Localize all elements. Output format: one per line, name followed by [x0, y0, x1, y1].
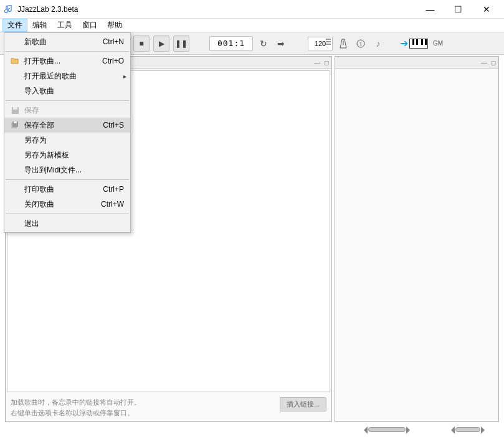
forward-icon[interactable]: ➡: [274, 37, 288, 50]
left-panel-footer: 加载歌曲时，备忘录中的链接将自动打开。 右键单击选项卡名称以浮动或停靠窗口。 插…: [6, 393, 331, 421]
save-all-icon: [8, 121, 22, 129]
window-buttons: — ☐ ✕: [416, 1, 500, 18]
svg-rect-6: [14, 121, 17, 123]
count-in-icon[interactable]: 1: [354, 37, 368, 50]
menu-separator: [6, 100, 129, 101]
maximize-button[interactable]: ☐: [444, 1, 472, 18]
menu-open-recent[interactable]: 打开最近的歌曲 ▸: [4, 68, 130, 83]
menu-file[interactable]: 文件: [2, 19, 27, 32]
play-button[interactable]: ▶: [153, 35, 169, 52]
folder-open-icon: [8, 57, 22, 65]
menu-save-all[interactable]: 保存全部 Ctrl+S: [4, 118, 130, 133]
submenu-arrow-icon: ▸: [123, 73, 126, 80]
menu-help[interactable]: 帮助: [102, 19, 127, 32]
menu-exit[interactable]: 退出: [4, 216, 130, 231]
titlebar: JJazzLab 2.3.beta — ☐ ✕: [0, 0, 504, 19]
menu-separator: [6, 51, 129, 52]
panel-restore-icon[interactable]: ◻: [324, 59, 329, 66]
right-panel-header: — ◻: [335, 57, 498, 69]
menu-save-as[interactable]: 另存为: [4, 133, 130, 148]
stop-button[interactable]: ■: [133, 35, 150, 52]
loop-icon[interactable]: ↻: [257, 37, 270, 50]
hint-line-2: 右键单击选项卡名称以浮动或停靠窗口。: [11, 408, 141, 418]
tuning-fork-icon[interactable]: ♪: [371, 37, 385, 50]
piano-icon: [409, 39, 428, 49]
minimize-button[interactable]: —: [416, 1, 444, 18]
close-button[interactable]: ✕: [472, 1, 500, 18]
zoom-handle[interactable]: [455, 427, 480, 432]
tempo-input[interactable]: 120: [308, 37, 333, 50]
menu-separator: [6, 179, 129, 180]
panel-minimize-icon[interactable]: —: [314, 59, 320, 66]
bottom-scrollbar: [5, 425, 499, 435]
panel-restore-icon[interactable]: ◻: [491, 59, 496, 66]
hint-line-1: 加载歌曲时，备忘录中的链接将自动打开。: [11, 397, 141, 408]
file-dropdown-menu: 新歌曲 Ctrl+N 打开歌曲... Ctrl+O 打开最近的歌曲 ▸ 导入歌曲…: [4, 32, 131, 233]
metronome-icon[interactable]: [336, 37, 350, 50]
menu-tools[interactable]: 工具: [52, 19, 77, 32]
menu-save[interactable]: 保存: [4, 103, 130, 118]
menubar: 文件 编辑 工具 窗口 帮助: [0, 19, 504, 32]
svg-rect-3: [13, 107, 17, 110]
right-panel: — ◻: [335, 56, 499, 422]
save-icon: [8, 106, 22, 115]
insert-link-button[interactable]: 插入链接...: [280, 397, 326, 411]
midi-out-indicator[interactable]: ➔: [400, 37, 428, 49]
menu-separator: [6, 214, 129, 214]
tempo-value: 120: [315, 40, 326, 47]
menu-save-as-template[interactable]: 另存为新模板: [4, 148, 130, 162]
menu-new-song[interactable]: 新歌曲 Ctrl+N: [4, 34, 130, 49]
position-display: 001:1: [209, 36, 253, 51]
menu-close-song[interactable]: 关闭歌曲 Ctrl+W: [4, 197, 130, 212]
menu-print[interactable]: 打印歌曲 Ctrl+P: [4, 182, 130, 197]
menu-export-midi[interactable]: 导出到Midi文件...: [4, 162, 130, 177]
menu-window[interactable]: 窗口: [77, 19, 102, 32]
menu-open-song[interactable]: 打开歌曲... Ctrl+O: [4, 54, 130, 68]
window-title: JJazzLab 2.3.beta: [17, 5, 416, 14]
h-scroll-handle[interactable]: [368, 427, 406, 432]
hint-text: 加载歌曲时，备忘录中的链接将自动打开。 右键单击选项卡名称以浮动或停靠窗口。: [11, 397, 141, 418]
gm-label: GM: [433, 40, 443, 47]
arrow-right-icon: ➔: [400, 37, 408, 49]
menu-edit[interactable]: 编辑: [27, 19, 52, 32]
panel-minimize-icon[interactable]: —: [481, 59, 487, 66]
app-icon: [4, 4, 14, 14]
svg-text:1: 1: [359, 41, 363, 47]
menu-import-song[interactable]: 导入歌曲: [4, 83, 130, 98]
pause-button[interactable]: ❚❚: [173, 35, 189, 52]
